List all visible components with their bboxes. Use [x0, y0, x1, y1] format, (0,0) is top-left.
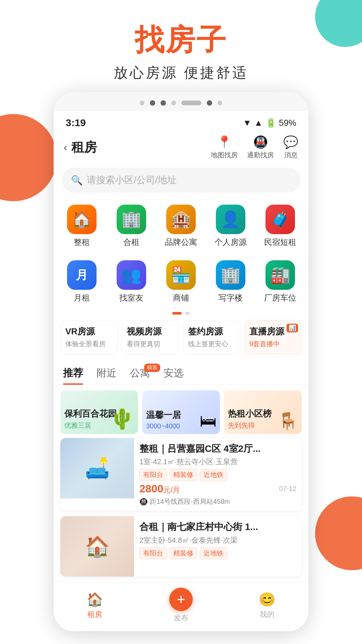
- banner-hot[interactable]: 🪑 热租小区榜 先到先得: [224, 390, 302, 434]
- tabs-row: 推荐 附近 公寓 精装 安选: [54, 361, 308, 385]
- map-icon: 📍: [217, 135, 232, 149]
- bottom-nav-mine[interactable]: 😊 我的: [259, 592, 276, 620]
- listing-1-image-inner: 🛋️: [60, 438, 134, 498]
- nav-left: ‹ 租房: [64, 139, 97, 156]
- listing-1-info: 整租｜吕营嘉园C区 4室2厅... 1室·42.1㎡·慈云寺小区·玉泉营 有阳台…: [134, 438, 302, 511]
- dot-5: [207, 100, 212, 106]
- live-badge-icon: 📊: [287, 324, 298, 332]
- banner-warm[interactable]: 🛏 温馨一居 3000~4000: [142, 390, 220, 434]
- cactus-decoration: 🌵: [110, 407, 135, 431]
- map-find-button[interactable]: 📍 地图找房: [211, 135, 238, 160]
- bed-decoration: 🛏: [200, 411, 217, 431]
- category-monthly[interactable]: 月 月租: [57, 255, 107, 307]
- mine-icon: 😊: [259, 592, 276, 607]
- brand-icon: 🏨: [166, 205, 196, 234]
- homestay-icon: 🧳: [265, 205, 295, 234]
- listing-2-info: 合租｜南七家庄村中心街 1... 2室主卧·54.8㎡·金泰先锋·次渠 有阳台 …: [134, 516, 302, 577]
- brand-label: 品牌公寓: [165, 237, 197, 248]
- whole-label: 整租: [74, 237, 90, 248]
- listing-2-meta: 2室主卧·54.8㎡·金泰先锋·次渠: [139, 535, 296, 545]
- listing-1-title: 整租｜吕营嘉园C区 4室2厅...: [139, 443, 296, 455]
- apartment-badge: 精装: [144, 364, 160, 372]
- personal-icon: 👤: [216, 205, 245, 234]
- monthly-icon: 月: [67, 260, 97, 290]
- category-whole[interactable]: 🏠 整租: [57, 199, 107, 252]
- tag2-decorated: 精装修: [170, 547, 197, 559]
- dot-3: [161, 100, 166, 106]
- map-label: 地图找房: [211, 151, 238, 160]
- message-button[interactable]: 💬 消息: [283, 135, 298, 160]
- category-brand[interactable]: 🏨 品牌公寓: [156, 199, 206, 252]
- search-bar[interactable]: 🔍 请搜索小区/公司/地址: [62, 168, 300, 193]
- feature-sign[interactable]: 签约房源 线上签更安心: [183, 320, 240, 354]
- room-icon: 🏠: [85, 535, 110, 558]
- bottom-nav: 🏠 租房 + 发布 😊 我的: [54, 582, 308, 631]
- listing-1-tags: 有阳台 精装修 近地铁: [139, 469, 296, 481]
- listing-1-meta: 1室·42.1㎡·慈云寺小区·玉泉营: [139, 457, 296, 467]
- wifi-icon: ▼: [243, 118, 251, 128]
- category-office[interactable]: 🏢 写字楼: [206, 255, 255, 307]
- dot-pill: [181, 101, 201, 105]
- message-label: 消息: [284, 151, 298, 160]
- tab-apartment[interactable]: 公寓 精装: [130, 366, 150, 385]
- feature-vr[interactable]: VR房源 体验全景看房: [60, 320, 118, 354]
- tab-recommend[interactable]: 推荐: [63, 366, 83, 385]
- rent-icon: 🏠: [86, 592, 103, 607]
- whole-icon: 🏠: [67, 205, 97, 234]
- video-sub: 看得更真切: [127, 339, 174, 348]
- nav-bar: ‹ 租房 📍 地图找房 🚇 通勤找房 💬 消息: [54, 132, 308, 165]
- category-shared[interactable]: 🏢 合租: [107, 199, 156, 252]
- grid-dot-inactive: [185, 312, 190, 315]
- banner-complex[interactable]: 🌵 保利百合花园 优雅三居: [60, 390, 138, 434]
- shared-icon: 🏢: [117, 205, 146, 234]
- search-icon: 🔍: [71, 175, 83, 186]
- bottom-nav-rent[interactable]: 🏠 租房: [86, 592, 103, 620]
- dot-4: [171, 101, 176, 105]
- dot-1: [140, 101, 144, 105]
- search-placeholder: 请搜索小区/公司/地址: [87, 174, 177, 186]
- commute-find-button[interactable]: 🚇 通勤找房: [247, 135, 274, 160]
- tag2-balcony: 有阳台: [139, 547, 167, 559]
- hero-subtitle: 放心房源 便捷舒适: [0, 63, 362, 82]
- monthly-label: 月租: [74, 292, 90, 303]
- dot-2: [150, 100, 155, 106]
- tab-nearby[interactable]: 附近: [97, 366, 117, 385]
- battery-level: 59%: [279, 118, 296, 128]
- category-personal[interactable]: 👤 个人房源: [206, 199, 255, 252]
- personal-label: 个人房源: [215, 237, 247, 248]
- listing-2-tags: 有阳台 精装修 近地铁: [139, 547, 296, 559]
- status-icons: ▼ ▲ 🔋 59%: [243, 118, 296, 128]
- feature-live[interactable]: 📊 直播房源 9套直播中: [244, 320, 302, 354]
- category-roommate[interactable]: 👥 找室友: [107, 255, 156, 307]
- tag-decorated: 精装修: [170, 469, 197, 481]
- factory-icon: 🏭: [265, 260, 295, 290]
- listing-card-2[interactable]: 🏠 合租｜南七家庄村中心街 1... 2室主卧·54.8㎡·金泰先锋·次渠 有阳…: [60, 516, 302, 577]
- sign-title: 签约房源: [188, 326, 235, 337]
- shared-label: 合租: [123, 237, 139, 248]
- office-icon: 🏢: [216, 260, 245, 290]
- pagination-dots: [54, 92, 308, 111]
- dot-6: [218, 101, 222, 105]
- bottom-nav-publish[interactable]: + 发布: [169, 588, 193, 623]
- tag2-subway: 近地铁: [200, 547, 227, 559]
- grid-pagination: [54, 311, 308, 320]
- listing-card-1[interactable]: 🛋️ 整租｜吕营嘉园C区 4室2厅... 1室·42.1㎡·慈云寺小区·玉泉营 …: [60, 438, 302, 511]
- feature-video[interactable]: 视频房源 看得更真切: [122, 320, 179, 354]
- publish-label: 发布: [174, 613, 188, 623]
- category-grid-row2: 月 月租 👥 找室友 🏪 商铺 🏢 写字楼 🏭 厂房车位: [54, 255, 308, 311]
- nav-right: 📍 地图找房 🚇 通勤找房 💬 消息: [211, 135, 298, 160]
- roommate-label: 找室友: [119, 292, 143, 303]
- category-shop[interactable]: 🏪 商铺: [156, 255, 206, 307]
- category-grid-row1: 🏠 整租 🏢 合租 🏨 品牌公寓 👤 个人房源 🧳 民宿短租: [54, 199, 308, 255]
- listing-2-title: 合租｜南七家庄村中心街 1...: [139, 521, 296, 533]
- live-count: 9套直播中: [249, 339, 297, 348]
- publish-add-button[interactable]: +: [169, 588, 193, 611]
- hero-section: 找房子 放心房源 便捷舒适: [0, 0, 362, 92]
- status-time: 3:19: [66, 117, 86, 128]
- table-decoration: 🪑: [278, 411, 298, 431]
- sofa-icon: 🛋️: [85, 457, 110, 480]
- back-button[interactable]: ‹: [64, 141, 67, 154]
- category-factory[interactable]: 🏭 厂房车位: [255, 255, 305, 307]
- tab-selected[interactable]: 安选: [164, 366, 184, 385]
- category-homestay[interactable]: 🧳 民宿短租: [255, 199, 305, 252]
